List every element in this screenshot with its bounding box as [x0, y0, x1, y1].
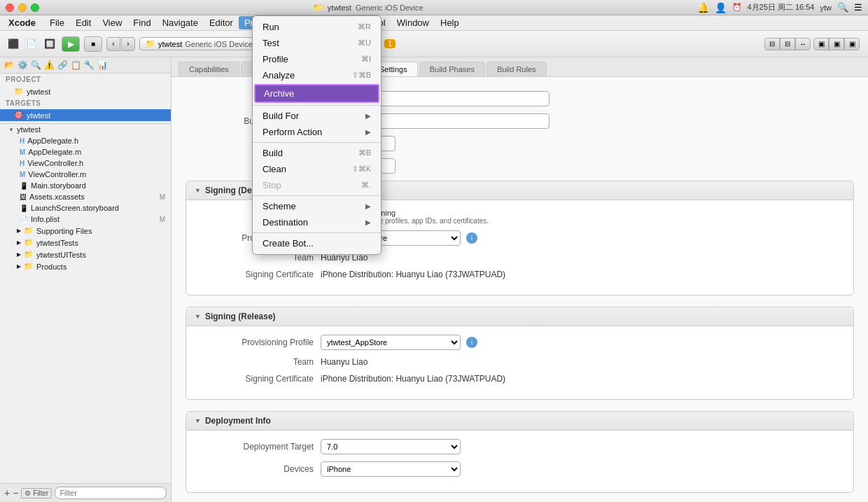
- menu-test-label: Test: [262, 38, 279, 48]
- sidebar-file-viewcontroller-h[interactable]: H ViewController.h: [0, 158, 171, 169]
- hierarchy-icon[interactable]: 🔲: [42, 36, 57, 52]
- menubar-item-file[interactable]: File: [44, 16, 70, 29]
- menu-scheme[interactable]: Scheme ▶: [253, 198, 381, 214]
- view-toggle-2[interactable]: ⊟: [780, 38, 795, 50]
- deploy-target-select[interactable]: 7.0: [321, 439, 461, 454]
- file-icon: 📱: [20, 182, 28, 190]
- view-toggle-3[interactable]: ↔: [795, 38, 811, 50]
- sidebar-file-assets[interactable]: 🖼 Assets.xcassets M: [0, 191, 171, 202]
- search-icon[interactable]: 🔍: [837, 2, 848, 13]
- tab-build-rules[interactable]: Build Rules: [486, 62, 547, 76]
- file-name: Main.storyboard: [31, 181, 86, 190]
- targets-section-label: TARGETS: [0, 97, 171, 109]
- sidebar-icon-4[interactable]: ⚠️: [44, 60, 55, 70]
- tab-capabilities[interactable]: Capabilities: [178, 62, 239, 76]
- menubar-item-xcode[interactable]: Xcode: [3, 16, 41, 29]
- add-file-button[interactable]: +: [4, 487, 10, 498]
- notification-icon[interactable]: 🔔: [697, 2, 709, 13]
- submenu-arrow-icon: ▶: [365, 218, 371, 226]
- modified-badge-plist: M: [160, 216, 165, 223]
- menu-clean[interactable]: Clean ⇧⌘K: [253, 161, 381, 177]
- menubar-item-editor[interactable]: Editor: [204, 16, 239, 29]
- project-icon-small: 📁: [146, 39, 155, 48]
- sidebar-file-infoplist[interactable]: 📄 Info.plist M: [0, 214, 171, 225]
- menu-run[interactable]: Run ⌘R: [253, 19, 381, 35]
- menubar-item-help[interactable]: Help: [435, 16, 465, 29]
- remove-file-button[interactable]: −: [13, 487, 18, 498]
- menu-create-bot[interactable]: Create Bot...: [253, 235, 381, 251]
- menu-archive[interactable]: Archive: [254, 84, 379, 103]
- menu-separator-2: [253, 142, 381, 143]
- sidebar-group-main[interactable]: ▼ ytwtest: [0, 124, 171, 135]
- menubar-item-view[interactable]: View: [97, 16, 127, 29]
- sidebar-icon-1[interactable]: 📂: [4, 60, 15, 70]
- sidebar-file-launchscreen[interactable]: 📱 LaunchScreen.storyboard: [0, 202, 171, 214]
- menu-perform-action[interactable]: Perform Action ▶: [253, 124, 381, 140]
- sidebar-target-name: ytwtest: [27, 111, 50, 120]
- file-icon: M: [20, 171, 25, 179]
- sidebar-icon-8[interactable]: 📊: [97, 60, 108, 70]
- menu-destination[interactable]: Destination ▶: [253, 214, 381, 230]
- deploy-target-row: Deployment Target 7.0: [195, 439, 845, 454]
- panel-toggle-3[interactable]: ▣: [844, 38, 860, 50]
- minimize-button[interactable]: [18, 4, 27, 12]
- sidebar-file-main-storyboard[interactable]: 📱 Main.storyboard: [0, 180, 171, 191]
- prov-profile-release-select[interactable]: ytwtest_AppStore: [321, 335, 461, 350]
- signing-release-header[interactable]: ▼ Signing (Release): [186, 307, 853, 326]
- editor-toggle-icon[interactable]: 📄: [24, 36, 39, 52]
- sidebar-file-viewcontroller-m[interactable]: M ViewController.m: [0, 169, 171, 180]
- sidebar-folder-tests[interactable]: ▶ 📁 ytwtestTests: [0, 237, 171, 249]
- menubar-item-find[interactable]: Find: [127, 16, 156, 29]
- titlebar-project-name: ytwtest: [328, 4, 351, 12]
- stop-button[interactable]: ■: [84, 36, 102, 52]
- folder-name: Products: [36, 263, 66, 271]
- sidebar-folder-uitests[interactable]: ▶ 📁 ytwtestUITests: [0, 249, 171, 260]
- tab-build-phases[interactable]: Build Phases: [419, 62, 485, 76]
- prov-profile-release-dropdown: ytwtest_AppStore i: [321, 335, 477, 350]
- view-toggle-1[interactable]: ⊟: [764, 38, 780, 50]
- menu-stop-shortcut: ⌘.: [361, 181, 371, 190]
- deployment-header[interactable]: ▼ Deployment Info: [186, 412, 853, 431]
- options-button[interactable]: ⚙ Filter: [21, 488, 52, 498]
- menu-analyze[interactable]: Analyze ⇧⌘B: [253, 67, 381, 83]
- menu-icon[interactable]: ☰: [854, 2, 862, 13]
- sidebar-folder-supporting[interactable]: ▶ 📁 Supporting Files: [0, 225, 171, 237]
- sidebar-folder-products[interactable]: ▶ 📁 Products: [0, 260, 171, 272]
- sidebar: 📂 ⚙️ 🔍 ⚠️ 🔗 📋 🔧 📊 PROJECT 📁 ytwtest TARG…: [0, 57, 172, 502]
- sidebar-icon-3[interactable]: 🔍: [31, 60, 41, 70]
- sidebar-icon-6[interactable]: 📋: [71, 60, 81, 70]
- prov-profile-debug-info[interactable]: i: [466, 232, 477, 244]
- menubar-item-edit[interactable]: Edit: [70, 16, 97, 29]
- back-button[interactable]: ‹: [106, 37, 120, 51]
- sidebar-file-appdelegate-m[interactable]: M AppDelegate.m: [0, 146, 171, 158]
- menubar-item-window[interactable]: Window: [391, 16, 435, 29]
- devices-row: Devices iPhone: [195, 461, 845, 477]
- sidebar-file-appdelegate-h[interactable]: H AppDelegate.h: [0, 135, 171, 146]
- menu-profile[interactable]: Profile ⌘I: [253, 51, 381, 67]
- menubar-item-navigate[interactable]: Navigate: [157, 16, 204, 29]
- run-button[interactable]: ▶: [62, 36, 80, 52]
- account-icon[interactable]: 👤: [715, 2, 727, 13]
- sidebar-icon-5[interactable]: 🔗: [57, 60, 68, 70]
- cert-release-row: Signing Certificate iPhone Distribution:…: [195, 374, 845, 384]
- zoom-button[interactable]: [31, 4, 39, 12]
- warning-badge[interactable]: 1: [384, 39, 396, 48]
- sidebar-icon-7[interactable]: 🔧: [84, 60, 94, 70]
- sidebar-icon-2[interactable]: ⚙️: [18, 60, 28, 70]
- cert-debug-value: iPhone Distribution: Huanyu Liao (73JWAT…: [321, 270, 505, 279]
- devices-select[interactable]: iPhone: [321, 461, 461, 477]
- panel-toggle-2[interactable]: ▣: [829, 38, 844, 50]
- sidebar-project-item[interactable]: 📁 ytwtest: [0, 85, 171, 97]
- sidebar-group-label: ytwtest: [17, 125, 41, 134]
- menu-build-for[interactable]: Build For ▶: [253, 108, 381, 124]
- sidebar-target-item[interactable]: 🎯 ytwtest: [0, 109, 171, 121]
- menu-test[interactable]: Test ⌘U: [253, 35, 381, 51]
- forward-button[interactable]: ›: [121, 37, 135, 51]
- sidebar-filter-input[interactable]: [55, 487, 167, 499]
- panel-toggle-1[interactable]: ▣: [813, 38, 829, 50]
- menu-build[interactable]: Build ⌘B: [253, 145, 381, 161]
- sidebar-toggle-icon[interactable]: ⬛: [6, 36, 21, 52]
- close-button[interactable]: [6, 4, 14, 12]
- device-selector[interactable]: 📁 ytwtest Generic iOS Device: [139, 37, 259, 50]
- prov-profile-release-info[interactable]: i: [466, 337, 477, 348]
